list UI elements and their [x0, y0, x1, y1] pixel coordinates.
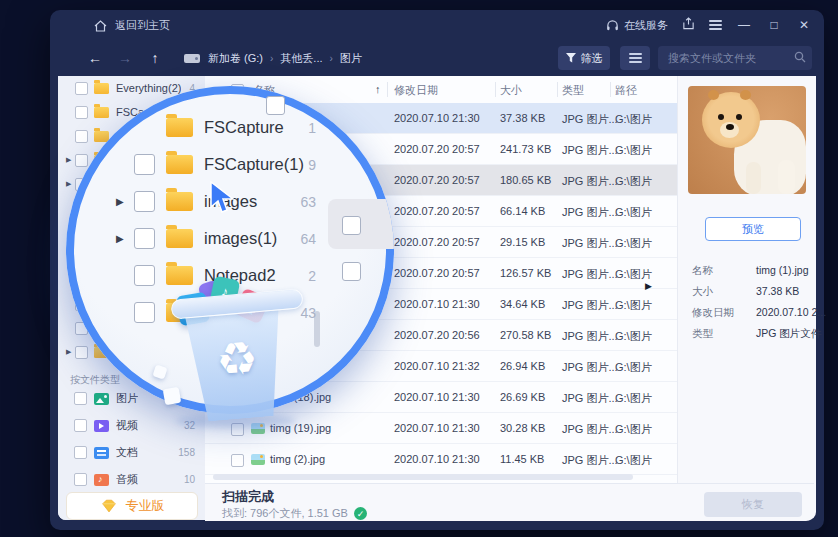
checkbox: [134, 154, 155, 175]
filetype-label: 视频: [116, 418, 138, 433]
file-details: 名称 timg (1).jpg 大小 37.38 KB 修改日期 2020.07…: [678, 260, 814, 344]
home-icon: [94, 20, 107, 32]
folder-icon: [166, 192, 193, 211]
cell-type: JPG 图片...: [562, 112, 618, 127]
nav-back-button[interactable]: ←: [80, 50, 110, 66]
filetype-icon: [94, 393, 109, 405]
cell-type: JPG 图片...: [562, 360, 618, 375]
funnel-icon: [566, 53, 576, 63]
magnified-tree-item: ▶ images(1) 64: [116, 220, 316, 257]
checkbox[interactable]: [75, 130, 88, 143]
cell-date: 2020.07.10 21:30: [394, 422, 480, 434]
image-file-icon: [251, 454, 265, 465]
magnified-checkbox: [342, 262, 361, 281]
cell-type: JPG 图片...: [562, 236, 618, 251]
cell-type: JPG 图片...: [562, 143, 618, 158]
found-text: 找到: 796个文件, 1.51 GB: [222, 506, 348, 521]
checkbox: [134, 191, 155, 212]
expand-arrow-icon[interactable]: ▶: [66, 156, 75, 164]
search-input[interactable]: [658, 46, 812, 70]
row-checkbox[interactable]: [231, 454, 244, 467]
breadcrumb-current[interactable]: 图片: [340, 51, 362, 66]
column-header-type[interactable]: 类型: [562, 83, 584, 98]
cell-date: 2020.07.20 20:57: [394, 174, 480, 186]
checkbox[interactable]: [75, 106, 88, 119]
cell-type: JPG 图片...: [562, 298, 618, 313]
breadcrumb-separator: ›: [330, 53, 333, 64]
cell-size: 29.15 KB: [500, 236, 545, 248]
filter-button[interactable]: 筛选: [558, 46, 610, 70]
expand-arrow-icon: ▶: [116, 233, 134, 244]
expand-arrow-icon[interactable]: ▶: [66, 180, 75, 188]
magnified-count: 1: [308, 120, 316, 136]
preview-button-label: 预览: [742, 222, 764, 237]
expand-arrow-icon[interactable]: ▶: [66, 348, 75, 356]
list-view-icon: [629, 51, 642, 66]
checkbox[interactable]: [74, 473, 87, 486]
pro-version-button[interactable]: 专业版: [66, 492, 198, 520]
nav-forward-button[interactable]: →: [110, 50, 140, 66]
nav-up-button[interactable]: ↑: [140, 50, 170, 66]
cell-date: 2020.07.20 20:56: [394, 329, 480, 341]
cell-date: 2020.07.20 20:57: [394, 143, 480, 155]
cell-type: JPG 图片...: [562, 174, 618, 189]
checkbox[interactable]: [74, 419, 87, 432]
filetype-item[interactable]: 文档 158: [58, 439, 205, 466]
cell-path: G:\图片: [615, 329, 652, 344]
filetype-label: 图片: [116, 391, 138, 406]
cell-size: 270.58 KB: [500, 329, 551, 341]
breadcrumb-folder[interactable]: 其他丢...: [280, 51, 322, 66]
share-icon: [682, 17, 695, 30]
share-button[interactable]: [682, 16, 695, 34]
screen: 返回到主页 在线服务 — □ ✕ ← → ↑ 新加卷 (G:) › 其: [0, 0, 838, 537]
close-button[interactable]: ✕: [796, 18, 812, 32]
column-header-path[interactable]: 路径: [615, 83, 637, 98]
detail-row: 类型 JPG 图片文件: [678, 323, 814, 344]
checkbox[interactable]: [75, 154, 88, 167]
filetype-item[interactable]: 音频 10: [58, 466, 205, 493]
cell-date: 2020.07.20 20:57: [394, 267, 480, 279]
filetype-item[interactable]: 视频 32: [58, 412, 205, 439]
filetype-icon: [94, 474, 109, 486]
cell-date: 2020.07.10 21:30: [394, 298, 480, 310]
preview-button[interactable]: 预览: [705, 217, 801, 241]
minimize-button[interactable]: —: [736, 18, 752, 32]
column-divider: [495, 82, 496, 97]
filetype-label: 文档: [116, 445, 138, 460]
column-header-date[interactable]: 修改日期: [394, 83, 438, 98]
view-mode-button[interactable]: [620, 46, 650, 70]
back-home-label: 返回到主页: [115, 18, 170, 33]
cell-size: 34.64 KB: [500, 298, 545, 310]
breadcrumb: 新加卷 (G:) › 其他丢... › 图片: [208, 51, 362, 66]
cell-path: G:\图片: [615, 360, 652, 375]
magnified-label: images(1): [204, 229, 277, 248]
column-divider: [557, 82, 558, 97]
cell-name: timg (2).jpg: [270, 453, 325, 465]
sort-ascending-icon[interactable]: ↑: [375, 83, 381, 95]
menu-button[interactable]: [709, 18, 722, 33]
checkbox[interactable]: [74, 392, 87, 405]
cell-path: G:\图片: [615, 236, 652, 251]
horizontal-scrollbar[interactable]: [213, 474, 633, 480]
detail-label: 名称: [692, 264, 713, 278]
breadcrumb-volume[interactable]: 新加卷 (G:): [208, 51, 263, 66]
collapse-panel-arrow[interactable]: ▶: [645, 281, 652, 291]
back-to-home[interactable]: 返回到主页: [94, 18, 170, 33]
cell-size: 37.38 KB: [500, 112, 545, 124]
checkbox[interactable]: [75, 346, 88, 359]
maximize-button[interactable]: □: [766, 18, 782, 32]
recover-label: 恢复: [742, 497, 764, 512]
gem-icon: [100, 499, 118, 514]
checkbox[interactable]: [75, 82, 88, 95]
magnified-count: 9: [308, 157, 316, 173]
recover-button[interactable]: 恢复: [704, 492, 802, 517]
cell-path: G:\图片: [615, 453, 652, 468]
scan-found-summary: 找到: 796个文件, 1.51 GB ✓: [222, 506, 367, 521]
column-header-size[interactable]: 大小: [500, 83, 522, 98]
table-row[interactable]: timg (2).jpg 2020.07.10 21:30 11.45 KB J…: [205, 444, 677, 475]
online-service[interactable]: 在线服务: [606, 18, 668, 33]
cell-date: 2020.07.10 21:30: [394, 453, 480, 465]
cell-date: 2020.07.10 21:32: [394, 360, 480, 372]
checkbox[interactable]: [74, 446, 87, 459]
cell-size: 66.14 KB: [500, 205, 545, 217]
